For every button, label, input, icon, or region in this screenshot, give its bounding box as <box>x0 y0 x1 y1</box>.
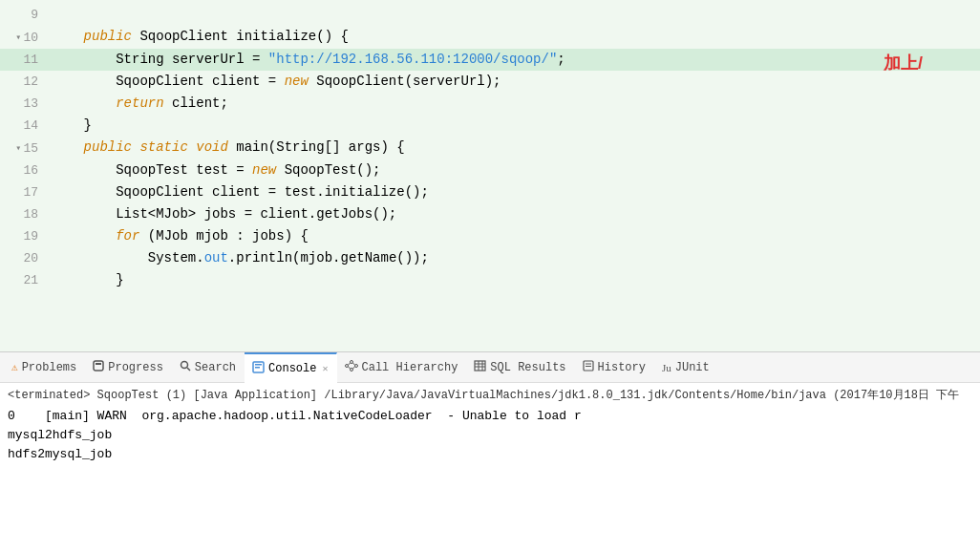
tab-problems-label: Problems <box>22 361 77 374</box>
code-line-20: 20 System.out.println(mjob.getName()); <box>0 247 980 269</box>
code-line-12: 12 SqoopClient client = new SqoopClient(… <box>0 71 980 93</box>
line-number-10: ▾10 <box>0 28 48 49</box>
code-content-11: String serverUrl = "http://192.168.56.11… <box>48 49 980 70</box>
code-line-18: 18 List<MJob> jobs = client.getJobs(); <box>0 203 980 225</box>
svg-rect-5 <box>255 364 262 366</box>
code-content-9 <box>48 4 980 25</box>
svg-rect-1 <box>96 363 101 365</box>
line-number-18: 18 <box>0 204 48 225</box>
tab-console-label: Console <box>268 362 316 375</box>
tab-console[interactable]: Console ✕ <box>245 352 336 383</box>
history-icon <box>583 360 594 374</box>
svg-line-13 <box>352 363 354 365</box>
code-content-12: SqoopClient client = new SqoopClient(ser… <box>48 71 980 92</box>
line-number-9: 9 <box>0 5 48 26</box>
tab-search[interactable]: Search <box>172 352 245 383</box>
code-line-9: 9 <box>0 4 980 26</box>
code-line-13: 13 return client; <box>0 93 980 115</box>
line-number-13: 13 <box>0 94 48 115</box>
svg-point-7 <box>345 365 348 368</box>
tab-junit[interactable]: Ju JUnit <box>654 352 718 383</box>
tab-problems[interactable]: ⚠ Problems <box>4 352 85 383</box>
tab-progress[interactable]: Progress <box>85 352 172 383</box>
code-line-11: 11 String serverUrl = "http://192.168.56… <box>0 49 980 71</box>
console-line-2: mysql2hdfs_job <box>8 426 972 445</box>
svg-line-3 <box>187 368 190 371</box>
tab-history[interactable]: History <box>575 352 654 383</box>
fold-arrow-10[interactable]: ▾ <box>15 28 21 49</box>
console-icon <box>252 361 265 376</box>
line-number-16: 16 <box>0 160 48 181</box>
tab-callhierarchy-label: Call Hierarchy <box>362 361 458 374</box>
junit-icon: Ju <box>662 362 671 373</box>
console-line-3: hdfs2mysql_job <box>8 445 972 464</box>
bottom-panel: ⚠ Problems Progress Search Console ✕ <box>0 351 980 552</box>
code-line-17: 17 SqoopClient client = test.initialize(… <box>0 181 980 203</box>
svg-rect-6 <box>255 367 260 369</box>
line-number-15: ▾15 <box>0 138 48 159</box>
code-line-21: 21 } <box>0 269 980 291</box>
tab-sqlresults-label: SQL Results <box>490 361 565 374</box>
tab-bar: ⚠ Problems Progress Search Console ✕ <box>0 352 980 383</box>
line-number-19: 19 <box>0 226 48 247</box>
console-terminated-header: <terminated> SqoopTest (1) [Java Applica… <box>8 387 972 403</box>
code-content-18: List<MJob> jobs = client.getJobs(); <box>48 203 980 224</box>
tab-progress-label: Progress <box>108 361 163 374</box>
code-content-19: for (MJob mjob : jobs) { <box>48 225 980 246</box>
console-line-1: 0 [main] WARN org.apache.hadoop.util.Nat… <box>8 407 972 426</box>
svg-line-12 <box>348 367 350 369</box>
code-line-14: 14 } <box>0 115 980 137</box>
sqlresults-icon <box>474 360 486 374</box>
line-number-17: 17 <box>0 182 48 203</box>
code-content-16: SqoopTest test = new SqoopTest(); <box>48 159 980 180</box>
svg-point-8 <box>350 361 352 364</box>
code-content-17: SqoopClient client = test.initialize(); <box>48 181 980 202</box>
code-content-10: public SqoopClient initialize() { <box>48 26 980 47</box>
tab-search-label: Search <box>195 361 236 374</box>
tab-history-label: History <box>598 361 646 374</box>
line-number-21: 21 <box>0 270 48 291</box>
search-icon <box>180 360 191 374</box>
svg-line-11 <box>348 363 350 365</box>
code-editor: 9 ▾10 public SqoopClient initialize() { … <box>0 0 980 351</box>
callhierarchy-icon <box>345 360 358 374</box>
svg-rect-15 <box>475 361 485 371</box>
tab-callhierarchy[interactable]: Call Hierarchy <box>337 352 467 383</box>
tab-junit-label: JUnit <box>675 361 710 374</box>
code-line-16: 16 SqoopTest test = new SqoopTest(); <box>0 159 980 181</box>
fold-arrow-15[interactable]: ▾ <box>15 138 21 159</box>
line-number-12: 12 <box>0 72 48 93</box>
code-line-19: 19 for (MJob mjob : jobs) { <box>0 225 980 247</box>
code-content-20: System.out.println(mjob.getName()); <box>48 247 980 268</box>
line-number-20: 20 <box>0 248 48 269</box>
code-content-13: return client; <box>48 93 980 114</box>
svg-point-2 <box>181 362 187 369</box>
code-content-21: } <box>48 269 980 290</box>
svg-point-9 <box>350 369 352 372</box>
code-line-10: ▾10 public SqoopClient initialize() { <box>0 26 980 49</box>
console-output: <terminated> SqoopTest (1) [Java Applica… <box>0 383 980 552</box>
tab-sqlresults[interactable]: SQL Results <box>466 352 574 383</box>
svg-rect-0 <box>94 361 103 371</box>
code-content-14: } <box>48 115 980 136</box>
code-content-15: public static void main(String[] args) { <box>48 137 980 158</box>
svg-line-14 <box>352 367 354 369</box>
code-line-15: ▾15 public static void main(String[] arg… <box>0 137 980 159</box>
progress-icon <box>93 360 104 374</box>
line-number-14: 14 <box>0 116 48 137</box>
console-close-button[interactable]: ✕ <box>322 363 328 374</box>
line-number-11: 11 <box>0 50 48 71</box>
problems-icon: ⚠ <box>11 361 18 373</box>
svg-point-10 <box>354 365 357 368</box>
